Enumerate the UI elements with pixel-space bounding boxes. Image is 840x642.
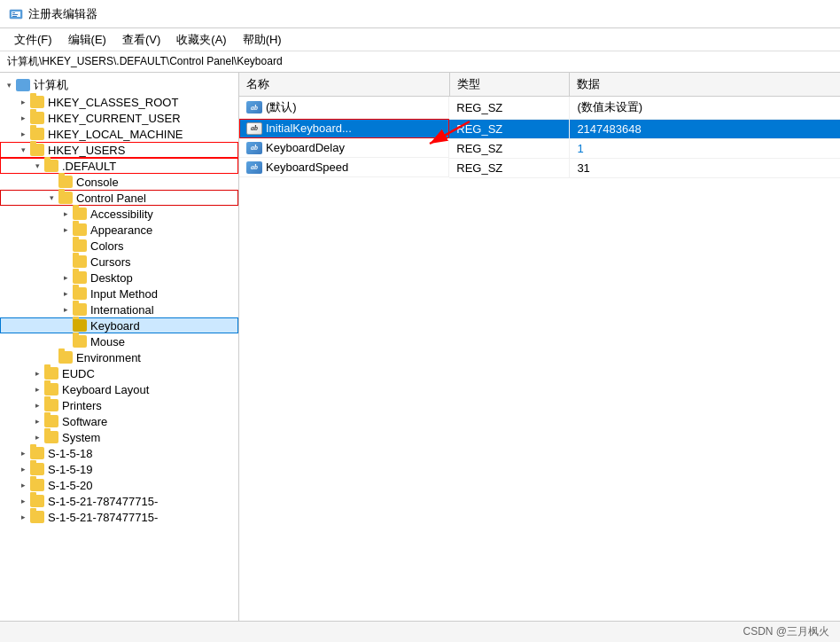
tree-label-hku: HKEY_USERS xyxy=(48,144,128,157)
tree-arrow-eudc xyxy=(30,366,44,380)
tree-arrow-desktop xyxy=(58,270,73,285)
tree-item-s1520[interactable]: S-1-5-20 xyxy=(0,477,238,493)
title-text: 注册表编辑器 xyxy=(28,6,97,22)
menu-help[interactable]: 帮助(H) xyxy=(236,30,289,50)
folder-icon-hku xyxy=(30,144,44,156)
tree-item-s1521-1[interactable]: S-1-5-21-787477715- xyxy=(0,493,238,509)
folder-icon-appearance xyxy=(73,223,87,236)
svg-rect-2 xyxy=(12,12,15,13)
tree-item-keyboard[interactable]: Keyboard xyxy=(0,317,238,333)
right-panel: 名称 类型 数据 ab (默认) REG_SZ (数值未设置) xyxy=(239,73,840,621)
tree-arrow-s1521-1 xyxy=(16,494,30,508)
row-name-default[interactable]: ab (默认) xyxy=(239,97,449,119)
ab-icon: ab xyxy=(246,142,262,154)
row-name-initialkeyboard[interactable]: ab InitialKeyboard... xyxy=(239,119,449,138)
tree-item-mouse[interactable]: Mouse xyxy=(0,333,238,349)
svg-rect-3 xyxy=(12,14,18,15)
tree-item-accessibility[interactable]: Accessibility xyxy=(0,206,238,222)
tree-label-input-method: Input Method xyxy=(90,287,161,301)
table-row[interactable]: ab KeyboardDelay REG_SZ 1 xyxy=(239,138,840,158)
tree-label-control-panel: Control Panel xyxy=(76,192,150,205)
tree-item-software[interactable]: Software xyxy=(0,413,238,429)
tree-item-system[interactable]: System xyxy=(0,429,238,445)
tree-item-s1518[interactable]: S-1-5-18 xyxy=(0,445,238,461)
folder-icon-printers xyxy=(44,399,58,411)
tree-item-input-method[interactable]: Input Method xyxy=(0,286,238,301)
tree-arrow-hkcr xyxy=(16,95,30,109)
folder-icon-console xyxy=(58,176,73,188)
tree-item-printers[interactable]: Printers xyxy=(0,397,238,413)
row-name-keyboarddelay[interactable]: ab KeyboardDelay xyxy=(239,138,449,158)
tree-arrow-s1520 xyxy=(16,478,30,492)
tree-item-s1519[interactable]: S-1-5-19 xyxy=(0,461,238,477)
tree-item-international[interactable]: International xyxy=(0,301,238,317)
tree-label-s1518: S-1-5-18 xyxy=(48,447,97,460)
tree-arrow-input-method xyxy=(58,286,73,301)
registry-table: 名称 类型 数据 ab (默认) REG_SZ (数值未设置) xyxy=(239,73,840,178)
folder-icon-s1521-1 xyxy=(30,495,44,507)
tree-item-cursors[interactable]: Cursors xyxy=(0,254,238,270)
tree-item-computer[interactable]: 计算机 xyxy=(0,76,238,94)
menu-file[interactable]: 文件(F) xyxy=(7,30,59,50)
tree-label-appearance: Appearance xyxy=(90,223,156,237)
tree-item-hklm[interactable]: HKEY_LOCAL_MACHINE xyxy=(0,126,238,142)
tree-label-keyboard-layout: Keyboard Layout xyxy=(62,383,152,396)
folder-icon-hklm xyxy=(30,128,44,140)
menu-bar: 文件(F) 编辑(E) 查看(V) 收藏夹(A) 帮助(H) xyxy=(0,28,840,51)
tree-label-printers: Printers xyxy=(62,399,105,412)
tree-item-default[interactable]: .DEFAULT xyxy=(0,158,238,174)
tree-item-appearance[interactable]: Appearance xyxy=(0,222,238,238)
tree-item-s1521-2[interactable]: S-1-5-21-787477715- xyxy=(0,509,238,525)
tree-label-s1521-1: S-1-5-21-787477715- xyxy=(48,495,161,508)
folder-icon-input-method xyxy=(73,287,87,300)
row-data-initialkeyboard: 2147483648 xyxy=(570,119,840,138)
tree-panel[interactable]: 计算机 HKEY_CLASSES_ROOT HKEY_CURRENT_USER … xyxy=(0,73,239,621)
col-header-data: 数据 xyxy=(570,73,840,97)
tree-item-keyboard-layout[interactable]: Keyboard Layout xyxy=(0,381,238,397)
registry-scroll[interactable]: 名称 类型 数据 ab (默认) REG_SZ (数值未设置) xyxy=(239,73,840,621)
tree-item-hkcr[interactable]: HKEY_CLASSES_ROOT xyxy=(0,94,238,110)
tree-item-control-panel[interactable]: Control Panel xyxy=(0,190,238,206)
tree-arrow-appearance xyxy=(58,223,73,237)
tree-arrow-accessibility xyxy=(58,207,73,221)
tree-item-colors[interactable]: Colors xyxy=(0,238,238,254)
status-bar: CSDN @三月枫火 xyxy=(0,621,840,642)
tree-item-eudc[interactable]: EUDC xyxy=(0,365,238,381)
title-bar: 注册表编辑器 xyxy=(0,0,840,28)
tree-label-system: System xyxy=(62,431,104,444)
tree-label-accessibility: Accessibility xyxy=(90,207,157,221)
tree-item-desktop[interactable]: Desktop xyxy=(0,270,238,286)
menu-edit[interactable]: 编辑(E) xyxy=(61,30,113,50)
tree-arrow-system xyxy=(30,430,44,444)
app-icon xyxy=(9,7,23,21)
row-type-keyboardspeed: REG_SZ xyxy=(449,158,570,177)
tree-label-default: .DEFAULT xyxy=(62,160,120,173)
table-row[interactable]: ab (默认) REG_SZ (数值未设置) xyxy=(239,97,840,120)
table-row-selected[interactable]: ab InitialKeyboard... REG_SZ 2147483648 xyxy=(239,119,840,138)
folder-icon-keyboard xyxy=(73,319,87,332)
row-name-keyboardspeed[interactable]: ab KeyboardSpeed xyxy=(239,158,449,177)
tree-arrow-printers xyxy=(30,398,44,412)
tree-label-hkcu: HKEY_CURRENT_USER xyxy=(48,112,184,125)
menu-view[interactable]: 查看(V) xyxy=(115,30,167,50)
tree-item-environment[interactable]: Environment xyxy=(0,349,238,365)
tree-label-console: Console xyxy=(76,176,122,189)
tree-item-console[interactable]: Console xyxy=(0,174,238,190)
folder-icon-environment xyxy=(58,351,73,364)
folder-icon-default xyxy=(44,160,58,172)
tree-label-software: Software xyxy=(62,415,111,428)
tree-item-hku[interactable]: HKEY_USERS xyxy=(0,142,238,158)
svg-rect-4 xyxy=(12,16,17,17)
tree-label-keyboard: Keyboard xyxy=(90,319,144,333)
row-type-default: REG_SZ xyxy=(449,97,570,120)
tree-label-cursors: Cursors xyxy=(90,255,135,269)
address-path: 计算机\HKEY_USERS\.DEFAULT\Control Panel\Ke… xyxy=(7,54,283,69)
tree-arrow-hklm xyxy=(16,127,30,141)
tree-label-s1519: S-1-5-19 xyxy=(48,463,97,476)
menu-favorites[interactable]: 收藏夹(A) xyxy=(169,30,233,50)
tree-arrow-hku xyxy=(16,143,30,157)
table-row[interactable]: ab KeyboardSpeed REG_SZ 31 xyxy=(239,158,840,177)
tree-label-s1520: S-1-5-20 xyxy=(48,479,97,492)
tree-arrow-s1519 xyxy=(16,462,30,476)
tree-item-hkcu[interactable]: HKEY_CURRENT_USER xyxy=(0,110,238,126)
